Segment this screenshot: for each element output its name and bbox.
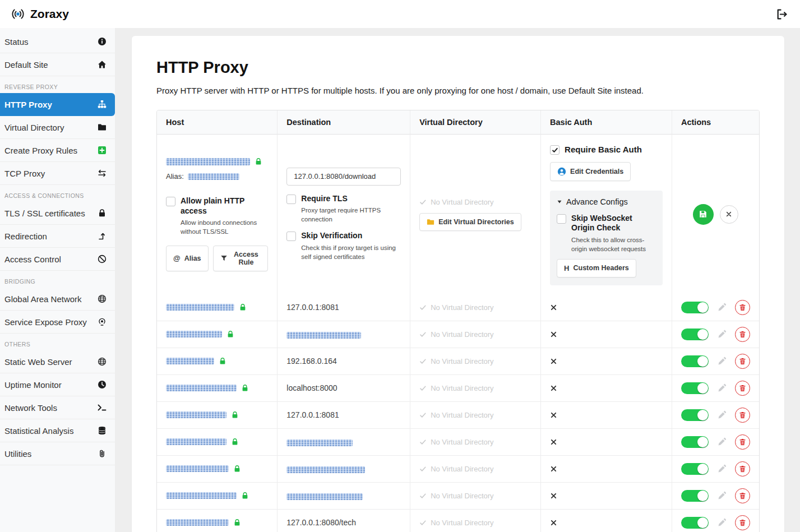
destination-text: 127.0.0.1:8081: [286, 410, 339, 419]
enable-toggle[interactable]: [681, 302, 709, 313]
sidebar-item-access-control[interactable]: Access Control: [0, 248, 115, 271]
sidebar-item-label: Network Tools: [4, 403, 57, 413]
skip-websocket-origin-desc: Check this to allow cross-origin websock…: [571, 235, 656, 253]
check-icon: [419, 411, 427, 419]
delete-button[interactable]: [735, 488, 750, 503]
delete-button[interactable]: [735, 434, 750, 450]
advance-configs-toggle[interactable]: Advance Configs: [557, 197, 656, 206]
require-tls-checkbox[interactable]: [286, 195, 296, 204]
enable-toggle[interactable]: [681, 355, 709, 367]
sidebar-item-label: Create Proxy Rules: [4, 146, 77, 155]
edit-icon[interactable]: [717, 437, 727, 447]
sidebar-item-status[interactable]: Status: [0, 30, 115, 53]
edit-icon[interactable]: [717, 303, 727, 312]
sidebar-item-statistical-analysis[interactable]: Statistical Analysis: [0, 419, 115, 442]
brand-logo[interactable]: Zoraxy: [10, 6, 69, 22]
sidebar-item-redirection[interactable]: Redirection: [0, 225, 115, 248]
editor-virtual-directory-cell: No Virtual Directory Edit Virtual Direct…: [410, 135, 540, 294]
ban-icon: [98, 255, 107, 263]
host-link[interactable]: [166, 330, 268, 338]
enable-toggle[interactable]: [681, 463, 709, 475]
proxy-rows: 127.0.0.1:8081No Virtual DirectoryNo Vir…: [157, 294, 759, 532]
exchange-icon: [98, 169, 107, 178]
host-link[interactable]: [166, 303, 268, 311]
delete-button[interactable]: [735, 381, 750, 396]
host-link[interactable]: [166, 492, 268, 499]
lock-icon: [226, 330, 234, 338]
proxy-rule-editor-row: Alias: Allow plain HTTP access Allow inb…: [157, 135, 759, 294]
edit-icon[interactable]: [717, 383, 727, 393]
delete-button[interactable]: [735, 300, 750, 315]
page-subtitle: Proxy HTTP server with HTTP or HTTPS for…: [156, 86, 760, 95]
enable-toggle[interactable]: [681, 329, 709, 340]
delete-button[interactable]: [735, 354, 750, 369]
delete-button[interactable]: [735, 327, 750, 342]
trash-icon: [739, 358, 746, 365]
sidebar-item-label: Default Site: [4, 60, 48, 70]
enable-toggle[interactable]: [681, 382, 709, 394]
lock-icon: [239, 303, 247, 311]
sidebar-item-static-web-server[interactable]: Static Web Server: [0, 350, 115, 373]
host-link[interactable]: [166, 465, 268, 473]
logout-button[interactable]: [774, 6, 790, 22]
brand-name: Zoraxy: [30, 7, 69, 21]
cancel-button[interactable]: [720, 205, 738, 224]
column-virtual-directory: Virtual Directory: [410, 110, 540, 135]
skip-verification-checkbox[interactable]: [286, 232, 296, 241]
sitemap-icon: [98, 100, 107, 109]
info-icon: [98, 37, 107, 46]
sidebar-item-tcp-proxy[interactable]: TCP Proxy: [0, 162, 115, 185]
skip-websocket-origin-checkbox[interactable]: [557, 214, 566, 224]
trash-icon: [739, 465, 746, 473]
lock-icon: [241, 384, 249, 392]
alias-button[interactable]: @ Alias: [166, 246, 209, 271]
host-link[interactable]: [166, 357, 268, 365]
redacted-hostname: [166, 438, 226, 445]
sidebar-item-http-proxy[interactable]: HTTP Proxy: [0, 93, 115, 116]
sidebar-item-virtual-directory[interactable]: Virtual Directory: [0, 116, 115, 139]
sidebar-item-network-tools[interactable]: Network Tools: [0, 396, 115, 419]
allow-plain-http-checkbox[interactable]: [166, 197, 175, 206]
host-link[interactable]: [166, 384, 268, 392]
check-icon: [419, 385, 427, 392]
enable-toggle[interactable]: [681, 490, 709, 502]
destination-input[interactable]: [286, 168, 401, 186]
folder-icon: [98, 123, 107, 132]
edit-icon[interactable]: [717, 410, 727, 420]
host-link[interactable]: [166, 411, 268, 419]
custom-headers-button[interactable]: H Custom Headers: [557, 259, 636, 277]
host-link[interactable]: [166, 519, 268, 526]
no-virtual-directory-label: No Virtual Directory: [431, 438, 493, 446]
access-rule-button[interactable]: Access Rule: [213, 246, 269, 271]
edit-icon[interactable]: [717, 518, 727, 528]
sidebar-item-utilities[interactable]: Utilities: [0, 442, 115, 465]
delete-button[interactable]: [735, 408, 750, 423]
delete-button[interactable]: [735, 515, 750, 530]
require-basic-auth-checkbox[interactable]: [550, 145, 559, 155]
terminal-icon: [98, 403, 107, 412]
no-virtual-directory-label: No Virtual Directory: [431, 303, 493, 312]
enable-toggle[interactable]: [681, 436, 709, 448]
sidebar-item-uptime-monitor[interactable]: Uptime Monitor: [0, 373, 115, 396]
host-link[interactable]: [166, 438, 268, 446]
redacted-hostname: [166, 331, 222, 337]
sidebar-item-label: Uptime Monitor: [4, 380, 62, 390]
sidebar-item-global-area-network[interactable]: Global Area Network: [0, 288, 115, 311]
edit-icon[interactable]: [717, 330, 727, 339]
edit-virtual-directories-button[interactable]: Edit Virtual Directories: [419, 213, 521, 231]
sidebar-item-create-proxy-rules[interactable]: Create Proxy Rules: [0, 139, 115, 162]
enable-toggle[interactable]: [681, 409, 709, 421]
edit-icon[interactable]: [717, 491, 727, 501]
edit-virtual-directories-label: Edit Virtual Directories: [438, 218, 514, 226]
enable-toggle[interactable]: [681, 517, 709, 529]
podcast-icon: [98, 317, 107, 326]
sidebar-item-service-expose-proxy[interactable]: Service Expose Proxy: [0, 311, 115, 334]
edit-icon[interactable]: [717, 464, 727, 474]
edit-icon[interactable]: [717, 357, 727, 366]
sidebar-item-tls-ssl-certificates[interactable]: TLS / SSL certificates: [0, 202, 115, 225]
sidebar-item-default-site[interactable]: Default Site: [0, 53, 115, 76]
delete-button[interactable]: [735, 461, 750, 477]
page-title: HTTP Proxy: [156, 58, 760, 77]
save-button[interactable]: [693, 204, 714, 225]
edit-credentials-button[interactable]: Edit Credentials: [550, 162, 631, 181]
